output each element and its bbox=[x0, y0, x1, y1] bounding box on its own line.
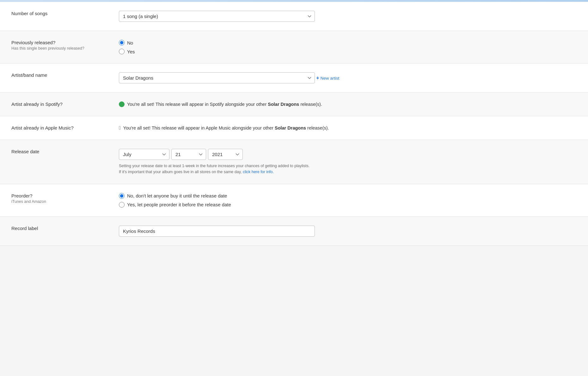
release-date-label: Release date bbox=[11, 149, 109, 154]
previously-released-control: No Yes bbox=[119, 40, 577, 54]
preorder-no-option[interactable]: No, don't let anyone buy it until the re… bbox=[119, 193, 577, 199]
release-date-section: Release date January February March Apri… bbox=[0, 140, 588, 184]
spotify-message-prefix: You're all set! This release will appear… bbox=[127, 102, 268, 107]
apple-music-message-suffix: release(s). bbox=[306, 125, 329, 130]
artist-band-name-label: Artist/band name bbox=[11, 72, 109, 78]
page-container: Number of songs 1 song (a single) 2 song… bbox=[0, 0, 588, 246]
date-row: January February March April May June Ju… bbox=[119, 149, 577, 160]
spotify-message-text: You're all set! This release will appear… bbox=[127, 102, 322, 107]
previously-released-label-col: Previously released? Has this single bee… bbox=[11, 40, 119, 51]
release-day-select[interactable]: for(let i=1;i<=31;i++) document.write(`<… bbox=[171, 149, 206, 160]
artist-band-name-label-col: Artist/band name bbox=[11, 72, 119, 78]
release-date-label-col: Release date bbox=[11, 149, 119, 154]
previously-released-radio-group: No Yes bbox=[119, 40, 577, 54]
spotify-status-message: You're all set! This release will appear… bbox=[119, 101, 577, 107]
record-label-section: Record label bbox=[0, 217, 588, 246]
number-of-songs-label: Number of songs bbox=[11, 11, 109, 16]
previously-released-label: Previously released? bbox=[11, 40, 109, 45]
preorder-label: Preorder? bbox=[11, 193, 109, 198]
spotify-green-icon bbox=[119, 101, 125, 107]
date-hint-line1: Setting your release date to at least 1-… bbox=[119, 164, 309, 168]
preorder-yes-label: Yes, let people preorder it before the r… bbox=[127, 202, 231, 207]
preorder-no-label: No, don't let anyone buy it until the re… bbox=[127, 193, 227, 198]
apple-music-label-col: Artist already in Apple Music? bbox=[11, 125, 119, 130]
release-month-select[interactable]: January February March April May June Ju… bbox=[119, 149, 169, 160]
preorder-yes-radio[interactable] bbox=[119, 202, 125, 208]
new-artist-link-label: New artist bbox=[321, 76, 340, 81]
plus-icon: + bbox=[316, 75, 319, 81]
apple-music-control:  You're all set! This release will appe… bbox=[119, 125, 577, 131]
new-artist-link[interactable]: + New artist bbox=[316, 75, 339, 81]
apple-music-message-text: You're all set! This release will appear… bbox=[123, 125, 329, 130]
apple-music-status-message:  You're all set! This release will appe… bbox=[119, 125, 577, 131]
spotify-label: Artist already in Spotify? bbox=[11, 101, 109, 107]
artist-band-name-section: Artist/band name Solar Dragons New Artis… bbox=[0, 64, 588, 93]
preorder-radio-group: No, don't let anyone buy it until the re… bbox=[119, 193, 577, 208]
spotify-status-section: Artist already in Spotify? You're all se… bbox=[0, 93, 588, 116]
previously-released-no-label: No bbox=[127, 40, 133, 45]
number-of-songs-section: Number of songs 1 song (a single) 2 song… bbox=[0, 2, 588, 31]
previously-released-sublabel: Has this single been previously released… bbox=[11, 46, 109, 51]
preorder-sublabel: iTunes and Amazon bbox=[11, 199, 109, 204]
preorder-control: No, don't let anyone buy it until the re… bbox=[119, 193, 577, 208]
previously-released-yes-option[interactable]: Yes bbox=[119, 49, 577, 54]
release-date-hint: Setting your release date to at least 1-… bbox=[119, 163, 359, 175]
apple-music-label: Artist already in Apple Music? bbox=[11, 125, 109, 130]
spotify-message-suffix: release(s). bbox=[299, 102, 322, 107]
previously-released-no-option[interactable]: No bbox=[119, 40, 577, 45]
apple-music-artist-name: Solar Dragons bbox=[275, 125, 306, 130]
artist-band-name-control: Solar Dragons New Artist + New artist bbox=[119, 72, 577, 83]
number-of-songs-label-col: Number of songs bbox=[11, 11, 119, 16]
date-hint-link[interactable]: click here for info. bbox=[243, 170, 274, 174]
preorder-no-radio[interactable] bbox=[119, 193, 125, 199]
apple-music-status-section: Artist already in Apple Music?  You're … bbox=[0, 116, 588, 140]
number-of-songs-control: 1 song (a single) 2 songs (an EP) 3+ son… bbox=[119, 11, 577, 22]
release-year-select[interactable]: 2020 2021 2022 2023 2024 bbox=[208, 149, 243, 160]
previously-released-no-radio[interactable] bbox=[119, 40, 125, 45]
release-date-control: January February March April May June Ju… bbox=[119, 149, 577, 175]
record-label-label-col: Record label bbox=[11, 226, 119, 231]
previously-released-yes-radio[interactable] bbox=[119, 49, 125, 54]
date-hint-line2: If it's important that your album goes l… bbox=[119, 170, 242, 174]
spotify-control: You're all set! This release will appear… bbox=[119, 101, 577, 107]
record-label-label: Record label bbox=[11, 226, 109, 231]
artist-band-name-select[interactable]: Solar Dragons New Artist bbox=[119, 72, 315, 83]
record-label-input[interactable] bbox=[119, 226, 315, 237]
previously-released-yes-label: Yes bbox=[127, 49, 135, 54]
preorder-label-col: Preorder? iTunes and Amazon bbox=[11, 193, 119, 204]
number-of-songs-select[interactable]: 1 song (a single) 2 songs (an EP) 3+ son… bbox=[119, 11, 315, 22]
apple-music-message-prefix: You're all set! This release will appear… bbox=[123, 125, 275, 130]
preorder-yes-option[interactable]: Yes, let people preorder it before the r… bbox=[119, 202, 577, 208]
preorder-section: Preorder? iTunes and Amazon No, don't le… bbox=[0, 184, 588, 217]
spotify-artist-name: Solar Dragons bbox=[268, 102, 299, 107]
previously-released-section: Previously released? Has this single bee… bbox=[0, 31, 588, 64]
record-label-control bbox=[119, 226, 577, 237]
apple-icon:  bbox=[119, 125, 121, 131]
spotify-label-col: Artist already in Spotify? bbox=[11, 101, 119, 107]
